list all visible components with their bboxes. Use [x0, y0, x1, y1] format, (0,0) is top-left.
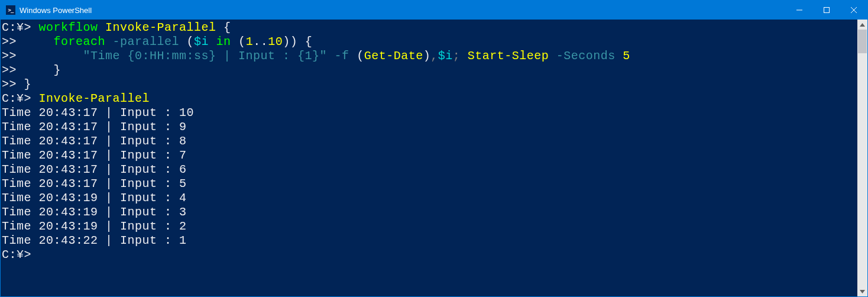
minimize-icon [796, 7, 802, 13]
scroll-track[interactable] [857, 30, 867, 286]
token: 1 [246, 35, 254, 49]
terminal-line: Time 20:43:17 | Input : 8 [2, 134, 856, 148]
token: .. [253, 35, 268, 49]
token: "Time {0:HH:mm:ss} | Input : {1}" [83, 49, 335, 63]
window-controls [786, 1, 867, 20]
token: foreach [54, 35, 113, 49]
token: >> } [2, 78, 31, 91]
scroll-up-button[interactable] [857, 20, 867, 30]
token: 10 [268, 35, 283, 49]
token: workflow [39, 21, 106, 34]
window-title: Windows PowerShell [20, 6, 92, 15]
token: C:¥> [2, 248, 31, 262]
terminal-line: Time 20:43:19 | Input : 2 [2, 219, 856, 234]
terminal-line: >> foreach -parallel ($i in (1..10)) { [2, 35, 856, 49]
token: ) [423, 49, 431, 63]
token: Time 20:43:17 | Input : 6 [2, 163, 187, 176]
token: Invoke-Parallel [39, 92, 150, 105]
terminal-line: Time 20:43:17 | Input : 9 [2, 120, 856, 134]
token: -f [335, 49, 357, 63]
svg-rect-1 [824, 8, 830, 13]
token: Time 20:43:17 | Input : 5 [2, 177, 187, 191]
token: -Seconds [556, 49, 623, 63]
close-button[interactable] [840, 1, 867, 20]
client-area: C:¥> workflow Invoke-Parallel {>> foreac… [1, 20, 867, 296]
token: ( [238, 35, 246, 49]
terminal-line: Time 20:43:17 | Input : 6 [2, 163, 856, 177]
terminal-output[interactable]: C:¥> workflow Invoke-Parallel {>> foreac… [1, 20, 857, 296]
token: $i [438, 49, 453, 63]
minimize-button[interactable] [786, 1, 813, 20]
token: Time 20:43:17 | Input : 7 [2, 148, 187, 162]
terminal-line: Time 20:43:17 | Input : 10 [2, 106, 856, 120]
terminal-line: C:¥> workflow Invoke-Parallel { [2, 21, 856, 35]
terminal-line: >> } [2, 63, 856, 78]
terminal-line: Time 20:43:17 | Input : 5 [2, 177, 856, 191]
close-icon [851, 7, 857, 13]
scroll-thumb[interactable] [858, 30, 867, 53]
svg-marker-5 [860, 290, 865, 293]
token: >> [2, 35, 54, 49]
chevron-down-icon [860, 290, 865, 293]
token: Time 20:43:17 | Input : 8 [2, 134, 187, 148]
token: Invoke-Parallel [105, 21, 224, 34]
terminal-line: Time 20:43:22 | Input : 1 [2, 234, 856, 248]
token: C:¥> [2, 21, 39, 34]
token: { [224, 21, 231, 34]
token: in [216, 35, 239, 49]
token: -parallel [113, 35, 187, 49]
terminal-line: Time 20:43:19 | Input : 4 [2, 191, 856, 205]
token: Time 20:43:17 | Input : 10 [2, 106, 194, 120]
token: Start-Sleep [468, 49, 556, 63]
terminal-line: Time 20:43:19 | Input : 3 [2, 205, 856, 219]
token: C:¥> [2, 92, 39, 105]
token: ( [187, 35, 195, 49]
scroll-down-button[interactable] [857, 286, 867, 296]
token: Time 20:43:22 | Input : 1 [2, 234, 187, 247]
token: Time 20:43:19 | Input : 3 [2, 205, 187, 219]
titlebar[interactable]: >_ Windows PowerShell [1, 1, 867, 20]
token: $i [194, 35, 216, 49]
powershell-icon: >_ [5, 5, 16, 15]
token: )) { [283, 35, 312, 49]
token: >> [2, 49, 83, 63]
powershell-window: >_ Windows PowerShell C:¥> workflow Invo… [0, 0, 868, 297]
svg-marker-4 [860, 23, 865, 27]
token: Time 20:43:19 | Input : 2 [2, 219, 187, 233]
terminal-line: C:¥> [2, 248, 856, 262]
terminal-line: Time 20:43:17 | Input : 7 [2, 148, 856, 163]
token: Time 20:43:19 | Input : 4 [2, 191, 187, 205]
token: 5 [623, 49, 630, 63]
chevron-up-icon [860, 23, 865, 27]
terminal-line: >> "Time {0:HH:mm:ss} | Input : {1}" -f … [2, 49, 856, 63]
token: Time 20:43:17 | Input : 9 [2, 120, 187, 134]
token: >> } [2, 63, 61, 77]
token: ; [453, 49, 468, 63]
terminal-line: C:¥> Invoke-Parallel [2, 92, 856, 106]
token: , [430, 49, 438, 63]
terminal-line: >> } [2, 78, 856, 92]
vertical-scrollbar[interactable] [857, 20, 867, 296]
token: ( [357, 49, 364, 63]
token: Get-Date [364, 49, 423, 63]
maximize-button[interactable] [813, 1, 840, 20]
maximize-icon [824, 7, 830, 13]
